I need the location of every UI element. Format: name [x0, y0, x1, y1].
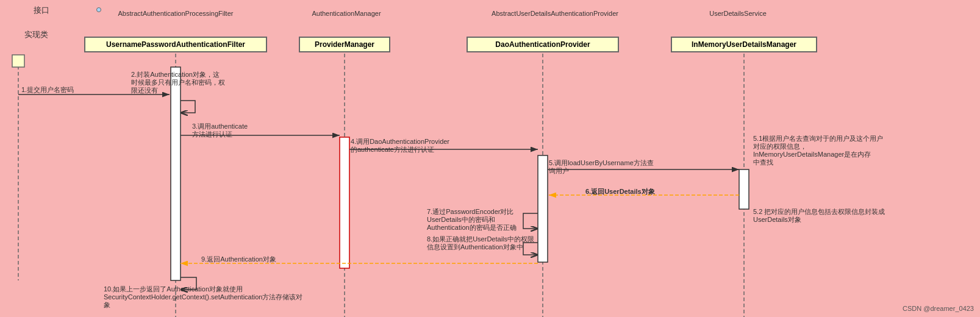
class-box-dao: DaoAuthenticationProvider [467, 37, 619, 52]
svg-rect-7 [340, 137, 349, 268]
watermark: CSDN @dreamer_0423 [903, 305, 974, 312]
iface-label-pm: AuthenticationManager [291, 10, 401, 17]
msg-1: 1.提交用户名密码 [21, 85, 74, 94]
msg-3b: 方法进行认证 [192, 130, 232, 139]
msg-10b: SecurityContextHolder.getContext().setAu… [104, 293, 302, 302]
iface-label-filter: AbstractAuthenticationProcessingFilter [84, 10, 267, 17]
msg-8b: 信息设置到Authentication对象中 [427, 243, 523, 252]
iface-label-uds: UserDetailsService [671, 10, 805, 17]
msg-7c: Authentication的密码是否正确 [427, 223, 517, 232]
msg-2c: 限还没有 [131, 86, 158, 95]
msg-9: 9.返回Authentication对象 [201, 255, 276, 264]
class-box-filter: UsernamePasswordAuthenticationFilter [84, 37, 267, 52]
msg-51d: 中查找 [753, 158, 773, 167]
impl-label: 实现类 [24, 29, 48, 40]
svg-rect-6 [171, 67, 181, 280]
class-box-uds: InMemoryUserDetailsManager [671, 37, 817, 52]
msg-52b: UserDetails对象 [753, 215, 801, 224]
msg-6: 6.返回UserDetails对象 [585, 187, 655, 196]
svg-rect-8 [538, 155, 548, 262]
diagram-container: 接口 实现类 AbstractAuthenticationProcessingF… [0, 0, 980, 317]
svg-rect-9 [739, 169, 749, 209]
msg-5b: 询用户 [549, 166, 569, 176]
interface-label: 接口 [34, 5, 49, 16]
msg-10c: 象 [104, 301, 110, 310]
msg-4b: 的authenticate方法进行认证 [351, 145, 434, 154]
class-box-pm: ProviderManager [299, 37, 390, 52]
iface-label-dao: AbstractUserDetailsAuthenticationProvide… [467, 10, 643, 17]
svg-rect-12 [12, 55, 24, 67]
